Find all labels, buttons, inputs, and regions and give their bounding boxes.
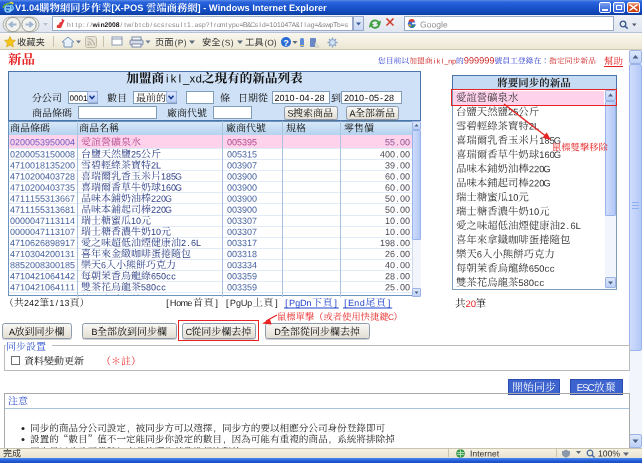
svg-text:?: ? [283, 38, 289, 48]
